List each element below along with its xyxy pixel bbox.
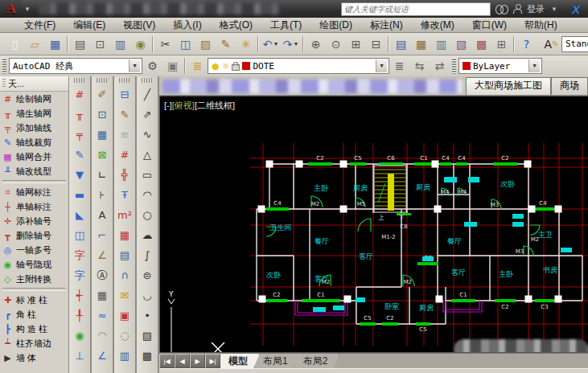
layout-tab-模型[interactable]: 模型 bbox=[220, 354, 260, 368]
undo-button[interactable]: ↶▼ bbox=[261, 35, 281, 54]
color-combo[interactable]: ByLayer ▼ bbox=[458, 58, 542, 74]
layer-previous-button[interactable]: ≣ bbox=[389, 56, 409, 76]
draw-axis-grid[interactable]: #绘制轴网 bbox=[0, 92, 68, 106]
point-button[interactable]: • bbox=[138, 305, 157, 326]
layer-properties-button[interactable]: ≣ bbox=[187, 56, 208, 76]
text-style-combo[interactable]: Standa bbox=[561, 36, 588, 52]
new-button[interactable]: ▯ bbox=[5, 35, 25, 54]
drawing-canvas[interactable]: [-][俯视][二维线框] C2C5C6C1C4C4C2C4C4C8C7C2C1… bbox=[159, 96, 588, 353]
text-style-button[interactable]: A✎ bbox=[541, 35, 561, 54]
workspace-save-button[interactable]: ▣ bbox=[162, 56, 183, 76]
text-a-button[interactable]: A bbox=[93, 205, 112, 225]
add-axis-number[interactable]: ✛添补轴号 bbox=[0, 214, 68, 228]
arch-tool-button[interactable]: ◠ bbox=[93, 326, 112, 346]
axis-base-button[interactable]: ⊥ bbox=[70, 346, 89, 366]
save-button[interactable]: ▦ bbox=[45, 35, 65, 54]
revcloud-button[interactable]: ☁ bbox=[138, 225, 157, 245]
elevation-mark-button[interactable]: Ŧ bbox=[115, 185, 134, 205]
axis-insert-button[interactable]: ⊟ bbox=[115, 84, 134, 105]
paste-button[interactable]: ▨ bbox=[195, 35, 216, 54]
wall-bar-button[interactable]: ▬ bbox=[70, 185, 89, 205]
merge-axis-grid[interactable]: ▦轴网合并 bbox=[0, 150, 68, 164]
open-button[interactable]: ▱ bbox=[25, 35, 45, 54]
gradient-button[interactable]: ▩ bbox=[138, 346, 157, 366]
menu-item-1[interactable]: 编辑(E) bbox=[65, 18, 113, 33]
dim-cross-2-button[interactable]: ╀ bbox=[70, 305, 89, 326]
zoom-realtime-button[interactable]: ⊙ bbox=[326, 35, 346, 54]
markup-button[interactable]: ▩ bbox=[471, 35, 491, 54]
wall-corner-button[interactable]: ◣ bbox=[70, 205, 89, 225]
ellipse-button[interactable]: ⊜ bbox=[138, 265, 157, 285]
table-blue-button[interactable]: ▦ bbox=[93, 125, 112, 145]
standard-column[interactable]: ✚标 准 柱 bbox=[0, 293, 68, 307]
designcenter-button[interactable]: ▦ bbox=[411, 35, 431, 54]
layer-on-bulb-icon[interactable]: ● bbox=[212, 62, 220, 71]
zoom-window-button[interactable]: ⊞ bbox=[346, 35, 366, 54]
sheet-set-manager-button[interactable]: ▧ bbox=[451, 35, 471, 54]
viewport-view[interactable]: [俯视] bbox=[172, 100, 195, 110]
toolbar-grip-icon[interactable] bbox=[74, 78, 85, 83]
wall-door-button[interactable]: ◫ bbox=[70, 225, 89, 245]
delete-axis-number[interactable]: ┳删除轴号 bbox=[0, 228, 68, 243]
tab-nav-1[interactable]: ◀ bbox=[175, 354, 190, 368]
toolbar-grip-icon[interactable] bbox=[142, 78, 153, 83]
layer-lock-icon[interactable] bbox=[232, 64, 240, 71]
box-green-x-button[interactable]: ⊠ bbox=[93, 145, 112, 165]
single-axis-dim[interactable]: ┼单轴标注 bbox=[0, 199, 68, 214]
match-properties-button[interactable]: ✎ bbox=[216, 35, 236, 54]
rectangle-button[interactable]: ▭ bbox=[138, 165, 157, 185]
angle-dim-button[interactable]: ∠ bbox=[93, 245, 112, 265]
viewport-controls[interactable]: [-][俯视][二维线框] bbox=[164, 100, 235, 112]
toolbar-grip-icon[interactable] bbox=[97, 78, 108, 83]
trim-axis[interactable]: ✎轴线裁剪 bbox=[0, 135, 68, 150]
exchange-apps-icon[interactable]: X bbox=[572, 2, 580, 16]
layer-combo[interactable]: ● ☼ DOTE ▼ bbox=[208, 58, 389, 74]
tab-nav-2[interactable]: ▶ bbox=[190, 354, 205, 368]
layer-states-button[interactable]: ⇆ bbox=[409, 56, 430, 76]
polygon-button[interactable]: △ bbox=[138, 145, 157, 165]
color-combo-arrow-icon[interactable]: ▼ bbox=[528, 59, 540, 72]
angle2-button[interactable]: ∠ bbox=[93, 346, 112, 366]
align-column-wall[interactable]: ┷柱齐墙边 bbox=[0, 336, 68, 350]
card-blue-button[interactable]: ▥ bbox=[115, 346, 134, 366]
toolbar-grip-icon[interactable] bbox=[119, 78, 130, 83]
menu-item-4[interactable]: 格式(O) bbox=[212, 18, 261, 33]
menu-item-6[interactable]: 绘图(D) bbox=[311, 18, 360, 33]
menu-item-0[interactable]: 文件(F) bbox=[16, 18, 64, 33]
multi-axis-number[interactable]: ◎一轴多号 bbox=[0, 243, 68, 257]
text-tool-1-button[interactable]: 字 bbox=[70, 245, 89, 265]
zoom-previous-button[interactable]: ⊟ bbox=[366, 35, 386, 54]
workspace-toolbar-grip[interactable] bbox=[2, 58, 6, 74]
grid-table-button[interactable]: ▦ bbox=[93, 285, 112, 305]
menu-item-10[interactable]: 帮助(H) bbox=[516, 18, 565, 33]
dim-cross-1-button[interactable]: ┽ bbox=[70, 285, 89, 305]
drawing-tab-1[interactable]: 商场 bbox=[551, 77, 588, 95]
layout-tab-布局2[interactable]: 布局2 bbox=[295, 354, 340, 368]
drawing-tab-0[interactable]: 大型商场施工图 bbox=[466, 77, 551, 95]
tab-nav-0[interactable]: |◀ bbox=[159, 354, 175, 368]
ab-text-button[interactable]: Ⓐ bbox=[93, 265, 112, 285]
circle-button[interactable]: ○ bbox=[138, 205, 157, 225]
arch-blue-button[interactable]: ∩ bbox=[115, 265, 134, 285]
axis-grid-button[interactable]: # bbox=[70, 84, 89, 105]
tab-nav-3[interactable]: ▶| bbox=[205, 354, 220, 368]
wall-down-button[interactable]: ▼ bbox=[70, 165, 89, 185]
layers-tool-button[interactable]: ≡ bbox=[115, 125, 134, 145]
properties-toolbar-grip[interactable] bbox=[452, 58, 456, 74]
grid-red-button[interactable]: # bbox=[115, 145, 134, 165]
copy-button[interactable]: ◫ bbox=[175, 35, 195, 54]
application-menu-button[interactable]: A bbox=[0, 0, 23, 18]
3d-dwf-button[interactable]: ◉ bbox=[130, 35, 150, 54]
axis-linetype[interactable]: ╨轴改线型 bbox=[0, 164, 68, 178]
publish-button[interactable]: ▥ bbox=[110, 35, 130, 54]
axis-single-button[interactable]: ╤ bbox=[70, 125, 89, 145]
ellipse-arc-button[interactable]: ◡ bbox=[138, 285, 157, 305]
application-menu-arrow-icon[interactable]: ▼ bbox=[24, 6, 31, 13]
axis-edit-button[interactable]: ✎ bbox=[70, 145, 89, 165]
user-icon[interactable] bbox=[513, 4, 522, 14]
corner-column[interactable]: ┏角 柱 bbox=[0, 307, 68, 322]
undo-dropdown-icon[interactable]: ▼ bbox=[273, 41, 278, 47]
area-table-button[interactable]: ▦ bbox=[115, 225, 134, 245]
viewport-visual-style[interactable]: [二维线框] bbox=[195, 100, 235, 110]
combo-arrow-icon[interactable]: ▼ bbox=[129, 59, 140, 72]
